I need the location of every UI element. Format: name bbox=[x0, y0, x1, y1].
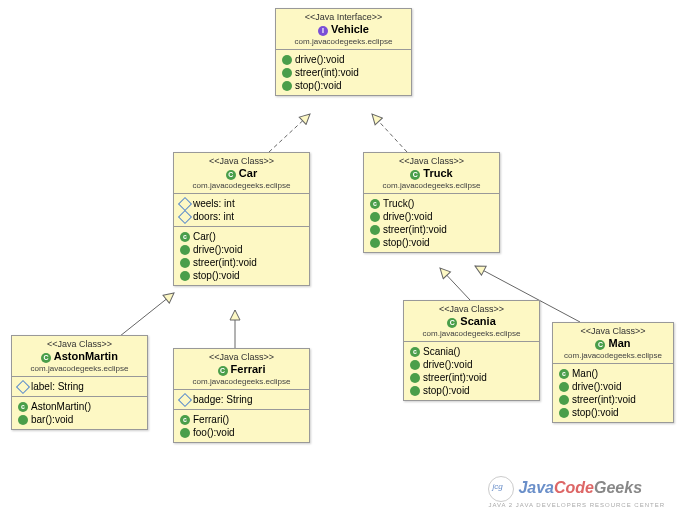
method: stop():void bbox=[180, 269, 303, 282]
method-icon bbox=[410, 360, 420, 370]
interface-icon: I bbox=[318, 26, 328, 36]
class-title: C Truck bbox=[370, 166, 493, 181]
stereotype: <<Java Class>> bbox=[180, 352, 303, 362]
class-scania: <<Java Class>> C Scania com.javacodegeek… bbox=[403, 300, 540, 401]
class-title: C Car bbox=[180, 166, 303, 181]
method-icon bbox=[410, 386, 420, 396]
method-icon bbox=[180, 245, 190, 255]
constructor: cFerrari() bbox=[180, 413, 303, 426]
class-title: C Man bbox=[559, 336, 667, 351]
method: stop():void bbox=[370, 236, 493, 249]
method-icon bbox=[180, 271, 190, 281]
method-icon bbox=[282, 55, 292, 65]
constructor: cScania() bbox=[410, 345, 533, 358]
method: drive():void bbox=[410, 358, 533, 371]
constr-icon: c bbox=[18, 402, 28, 412]
constr-icon: c bbox=[559, 369, 569, 379]
stereotype: <<Java Interface>> bbox=[282, 12, 405, 22]
package-label: com.javacodegeeks.eclipse bbox=[180, 181, 303, 190]
attr-icon bbox=[178, 196, 192, 210]
method-icon bbox=[370, 225, 380, 235]
method-icon bbox=[370, 212, 380, 222]
package-label: com.javacodegeeks.eclipse bbox=[282, 37, 405, 46]
method-icon bbox=[559, 382, 569, 392]
constructor: cMan() bbox=[559, 367, 667, 380]
constr-icon: c bbox=[370, 199, 380, 209]
method: drive():void bbox=[282, 53, 405, 66]
watermark-logo: JavaCodeGeeks JAVA 2 JAVA DEVELOPERS RES… bbox=[488, 476, 665, 508]
stereotype: <<Java Class>> bbox=[559, 326, 667, 336]
method-icon bbox=[370, 238, 380, 248]
class-icon: C bbox=[41, 353, 51, 363]
constructor: cTruck() bbox=[370, 197, 493, 210]
method: streer(int):void bbox=[559, 393, 667, 406]
method-icon bbox=[18, 415, 28, 425]
method: foo():void bbox=[180, 426, 303, 439]
attribute: weels: int bbox=[180, 197, 303, 210]
method-icon bbox=[559, 408, 569, 418]
method-icon bbox=[282, 68, 292, 78]
watermark-sub: JAVA 2 JAVA DEVELOPERS RESOURCE CENTER bbox=[488, 502, 665, 508]
constructor: cCar() bbox=[180, 230, 303, 243]
svg-line-1 bbox=[372, 114, 407, 152]
method: streer(int):void bbox=[370, 223, 493, 236]
stereotype: <<Java Class>> bbox=[18, 339, 141, 349]
method: streer(int):void bbox=[180, 256, 303, 269]
method: drive():void bbox=[559, 380, 667, 393]
class-man: <<Java Class>> C Man com.javacodegeeks.e… bbox=[552, 322, 674, 423]
class-icon: C bbox=[410, 170, 420, 180]
class-truck: <<Java Class>> C Truck com.javacodegeeks… bbox=[363, 152, 500, 253]
stereotype: <<Java Class>> bbox=[180, 156, 303, 166]
method-icon bbox=[282, 81, 292, 91]
class-title: C AstonMartin bbox=[18, 349, 141, 364]
method: drive():void bbox=[370, 210, 493, 223]
class-ferrari: <<Java Class>> C Ferrari com.javacodegee… bbox=[173, 348, 310, 443]
logo-icon bbox=[488, 476, 514, 502]
constr-icon: c bbox=[180, 232, 190, 242]
constr-icon: c bbox=[410, 347, 420, 357]
method: stop():void bbox=[282, 79, 405, 92]
svg-line-4 bbox=[440, 268, 470, 300]
method: streer(int):void bbox=[282, 66, 405, 79]
class-title: C Scania bbox=[410, 314, 533, 329]
method: drive():void bbox=[180, 243, 303, 256]
constructor: cAstonMartin() bbox=[18, 400, 141, 413]
attribute: badge: String bbox=[180, 393, 303, 406]
method-icon bbox=[180, 428, 190, 438]
class-icon: C bbox=[447, 318, 457, 328]
attribute: doors: int bbox=[180, 210, 303, 223]
class-icon: C bbox=[218, 366, 228, 376]
class-title: C Ferrari bbox=[180, 362, 303, 377]
method: stop():void bbox=[559, 406, 667, 419]
method-icon bbox=[410, 373, 420, 383]
class-car: <<Java Class>> C Car com.javacodegeeks.e… bbox=[173, 152, 310, 286]
attr-icon bbox=[178, 209, 192, 223]
method-icon bbox=[180, 258, 190, 268]
class-icon: C bbox=[595, 340, 605, 350]
stereotype: <<Java Class>> bbox=[410, 304, 533, 314]
package-label: com.javacodegeeks.eclipse bbox=[559, 351, 667, 360]
attr-icon bbox=[178, 392, 192, 406]
method: stop():void bbox=[410, 384, 533, 397]
class-astonmartin: <<Java Class>> C AstonMartin com.javacod… bbox=[11, 335, 148, 430]
class-title: I Vehicle bbox=[282, 22, 405, 37]
package-label: com.javacodegeeks.eclipse bbox=[18, 364, 141, 373]
attr-icon bbox=[16, 379, 30, 393]
class-icon: C bbox=[226, 170, 236, 180]
method-icon bbox=[559, 395, 569, 405]
package-label: com.javacodegeeks.eclipse bbox=[370, 181, 493, 190]
method: bar():void bbox=[18, 413, 141, 426]
constr-icon: c bbox=[180, 415, 190, 425]
attribute: label: String bbox=[18, 380, 141, 393]
package-label: com.javacodegeeks.eclipse bbox=[410, 329, 533, 338]
stereotype: <<Java Class>> bbox=[370, 156, 493, 166]
interface-vehicle: <<Java Interface>> I Vehicle com.javacod… bbox=[275, 8, 412, 96]
svg-line-0 bbox=[269, 114, 310, 152]
method: streer(int):void bbox=[410, 371, 533, 384]
package-label: com.javacodegeeks.eclipse bbox=[180, 377, 303, 386]
